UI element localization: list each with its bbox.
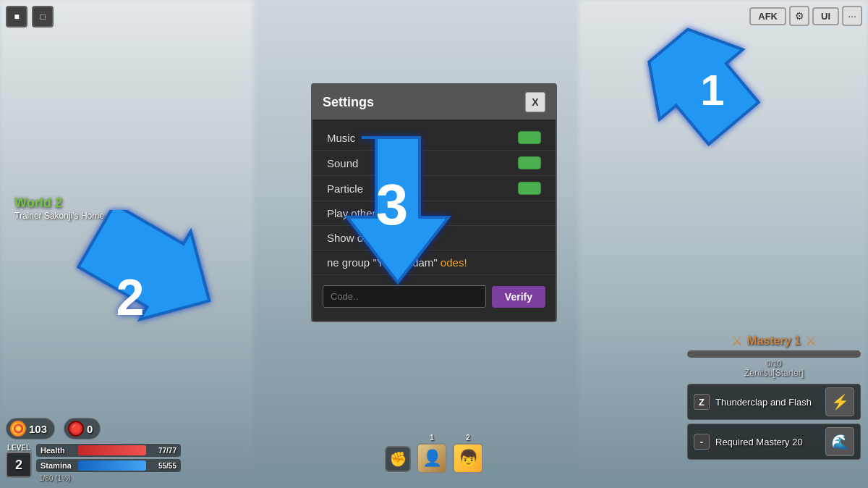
ui-button[interactable]: UI <box>812 7 839 25</box>
bottom-center: ✊ 1 👤 2 👦 <box>385 434 483 474</box>
fist-icon[interactable]: ✊ <box>385 446 411 472</box>
settings-header: Settings X <box>312 85 556 119</box>
health-value: 77/77 <box>149 447 176 455</box>
avatar-slot-2: 2 👦 <box>453 434 483 474</box>
settings-title: Settings <box>323 95 374 110</box>
skill-thumb-required[interactable]: 🌊 <box>825 427 854 456</box>
more-icon[interactable]: ··· <box>842 6 862 26</box>
red-icon: 🔴 <box>68 421 84 437</box>
bars-col: Health 77/77 Stamina 55/55 1/80 (1%) <box>36 444 181 482</box>
topbar: AFK ⚙ UI ··· <box>749 6 862 26</box>
settings-modal: Settings X Music Sound Particle Play oth… <box>311 83 557 322</box>
mastery-bar-track <box>687 350 861 358</box>
music-label: Music <box>327 132 355 144</box>
skill-name-required: Required Mastery 20 <box>715 437 820 447</box>
settings-close-button[interactable]: X <box>525 92 545 112</box>
world-name: World 2 <box>14 195 104 211</box>
health-bar-track <box>78 445 146 455</box>
mastery-swords-left: ⚔ <box>731 333 743 349</box>
settings-row-show-other: Show other's p <box>312 226 556 251</box>
avatar-num-2: 2 <box>466 434 470 442</box>
settings-row-group: ne group "Yes Madam" odes! <box>312 251 556 275</box>
avatar-slot-1: 1 👤 <box>417 434 447 474</box>
afk-button[interactable]: AFK <box>749 7 786 25</box>
mastery-progress: 0/10 <box>687 359 861 368</box>
settings-row-music: Music <box>312 125 556 151</box>
health-label: Health <box>41 446 75 455</box>
settings-row-sound: Sound <box>312 151 556 176</box>
avatar-2[interactable]: 👦 <box>453 443 483 474</box>
roblox-logo-area: ■ □ <box>6 6 54 28</box>
settings-icon[interactable]: ⚙ <box>789 6 809 26</box>
particle-label: Particle <box>327 182 363 195</box>
avatar-num-1: 1 <box>430 434 434 442</box>
level-text: LEVEL <box>7 444 30 452</box>
settings-row-particle: Particle <box>312 176 556 201</box>
stamina-bar-row: Stamina 55/55 <box>36 459 181 472</box>
stamina-bar-fill <box>78 460 146 471</box>
music-toggle[interactable] <box>518 131 541 144</box>
mastery-header: ⚔ Mastery 1 ⚔ <box>687 333 861 349</box>
gold-icon: ⭕ <box>10 421 26 437</box>
particle-toggle[interactable] <box>518 182 541 195</box>
skill-thumb-thunder[interactable]: ⚡ <box>825 387 854 416</box>
world-location: Trainer Sakonji's Home <box>14 211 104 221</box>
settings-body: Music Sound Particle Play other's soun S… <box>312 119 556 321</box>
red-value: 0 <box>87 423 93 435</box>
code-input[interactable] <box>323 285 486 308</box>
sound-label: Sound <box>327 157 358 169</box>
xp-text: 1/80 (1%) <box>39 474 181 482</box>
level-box: LEVEL 2 Health 77/77 Stamina 55/55 1/80 … <box>6 444 181 482</box>
skill-row-required: - Required Mastery 20 🌊 <box>687 424 861 460</box>
skill-key-dash: - <box>694 434 710 450</box>
window-icon[interactable]: □ <box>32 6 54 28</box>
verify-button[interactable]: Verify <box>492 286 545 308</box>
mastery-name: Mastery 1 <box>747 335 801 348</box>
group-label: ne group "Yes Madam" odes! <box>327 256 467 269</box>
bottom-hud: ⭕ 103 🔴 0 LEVEL 2 Health 77/77 Stamina <box>0 412 187 488</box>
settings-row-play-other-sound: Play other's soun <box>312 201 556 226</box>
gold-currency: ⭕ 103 <box>6 418 55 439</box>
mastery-sub: Zenitsu[Starter] <box>687 368 861 378</box>
right-hud: ⚔ Mastery 1 ⚔ 0/10 Zenitsu[Starter] Z Th… <box>687 333 861 463</box>
gold-value: 103 <box>29 423 47 435</box>
show-other-label: Show other's p <box>327 232 399 244</box>
avatar-1[interactable]: 👤 <box>417 443 447 474</box>
currency-row: ⭕ 103 🔴 0 <box>6 418 181 439</box>
mastery-swords-right: ⚔ <box>805 333 817 349</box>
sound-toggle[interactable] <box>518 156 541 169</box>
health-bar-row: Health 77/77 <box>36 444 181 457</box>
play-other-sound-label: Play other's soun <box>327 207 410 219</box>
health-bar-fill <box>78 445 146 455</box>
level-number: 2 <box>6 452 32 478</box>
skill-row-thunder: Z Thunderclap and Flash ⚡ <box>687 384 861 420</box>
settings-code-row: Verify <box>312 278 556 315</box>
world-info: World 2 Trainer Sakonji's Home <box>14 195 104 221</box>
red-currency: 🔴 0 <box>64 418 101 439</box>
stamina-label: Stamina <box>41 461 75 470</box>
roblox-icon[interactable]: ■ <box>6 6 27 28</box>
skill-name-thunder: Thunderclap and Flash <box>715 397 820 408</box>
stamina-bar-track <box>78 460 146 471</box>
stamina-value: 55/55 <box>149 462 176 470</box>
skill-key-z: Z <box>694 394 710 410</box>
level-label-col: LEVEL 2 <box>6 444 32 478</box>
